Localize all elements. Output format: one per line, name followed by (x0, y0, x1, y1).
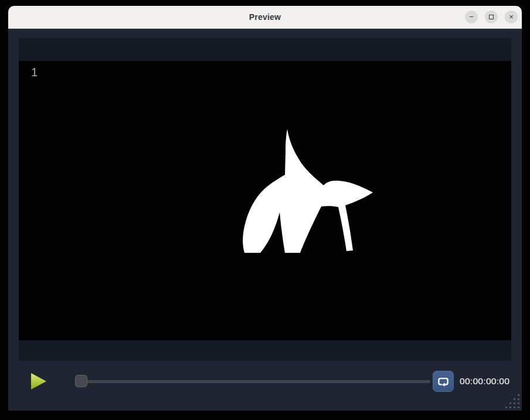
preview-window: Preview − × 1 (8, 6, 522, 411)
video-frame: 1 (19, 61, 511, 340)
close-button[interactable]: × (505, 11, 518, 23)
maximize-icon (489, 15, 494, 19)
minimize-icon: − (469, 13, 474, 21)
window-content: 1 (8, 29, 522, 411)
playback-controls: 00:00:00:00 (8, 361, 522, 411)
resize-grip[interactable] (505, 394, 520, 409)
play-button[interactable] (30, 373, 47, 389)
minimize-button[interactable]: − (465, 11, 478, 23)
video-viewer: 1 (19, 38, 511, 361)
bird-silhouette (237, 126, 378, 258)
timecode-display: 00:00:00:00 (460, 376, 512, 387)
play-icon (30, 373, 47, 389)
frame-number-overlay: 1 (31, 66, 38, 78)
window-title: Preview (249, 12, 281, 22)
window-controls: − × (465, 11, 518, 23)
loop-icon (437, 376, 450, 387)
maximize-button[interactable] (485, 11, 498, 23)
seek-slider[interactable] (67, 374, 430, 388)
close-icon: × (509, 13, 514, 21)
titlebar[interactable]: Preview − × (8, 6, 522, 29)
seek-slider-handle[interactable] (75, 375, 87, 387)
seek-slider-track[interactable] (79, 380, 430, 383)
loop-button[interactable] (433, 371, 454, 392)
